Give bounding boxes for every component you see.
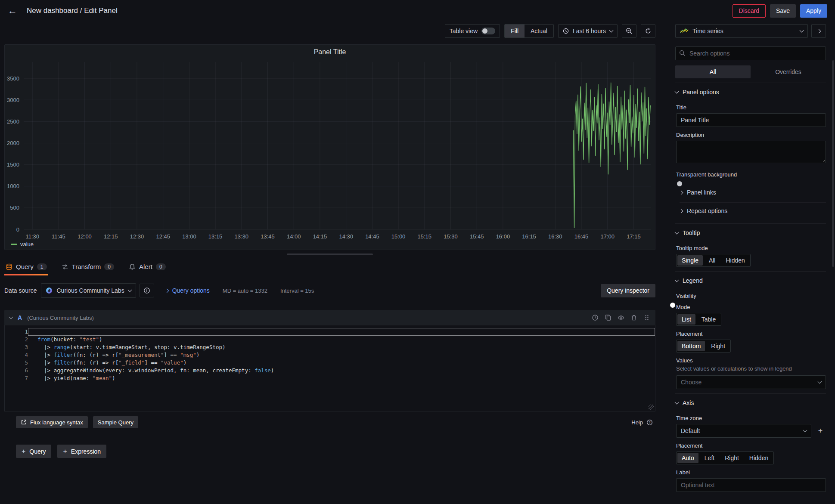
legend-item-value[interactable]: value	[11, 241, 34, 247]
time-range-picker[interactable]: Last 6 hours	[558, 24, 618, 38]
back-arrow-icon[interactable]: ←	[8, 6, 17, 15]
zoom-out-button[interactable]	[622, 24, 636, 38]
discard-button[interactable]: Discard	[733, 4, 766, 18]
panel-title-input[interactable]	[676, 113, 826, 127]
apply-button[interactable]: Apply	[800, 4, 827, 18]
question-circle-icon: ?	[646, 419, 653, 426]
code-line[interactable]: 1	[5, 328, 655, 336]
svg-text:14:00: 14:00	[287, 233, 301, 240]
tab-transform[interactable]: Transform 0	[60, 260, 115, 275]
legend-mode-list[interactable]: List	[677, 314, 695, 325]
axis-label-input[interactable]	[676, 478, 826, 492]
query-inspector-button[interactable]: Query inspector	[601, 284, 655, 297]
timezone-select[interactable]: Default	[676, 424, 811, 438]
section-header-panel-options[interactable]: Panel options	[675, 83, 826, 99]
tooltip-mode-hidden[interactable]: Hidden	[720, 255, 750, 266]
pane-resize-handle[interactable]	[287, 254, 373, 255]
legend-mode-table[interactable]: Table	[696, 314, 721, 325]
chevron-down-icon	[609, 28, 614, 33]
query-options-label: Query options	[172, 287, 210, 294]
save-button[interactable]: Save	[770, 4, 796, 18]
svg-text:13:00: 13:00	[182, 233, 196, 240]
axis-placement-hidden[interactable]: Hidden	[744, 453, 773, 463]
add-expression-button[interactable]: + Expression	[57, 445, 106, 458]
legend-placement-bottom[interactable]: Bottom	[677, 341, 705, 351]
code-line[interactable]: 5 |> filter(fn: (r) => r["_field"] == "v…	[5, 359, 655, 367]
query-options-toggle[interactable]: Query options	[165, 287, 210, 294]
svg-text:15:30: 15:30	[444, 233, 458, 240]
table-view-label: Table view	[450, 28, 478, 34]
history-icon[interactable]	[592, 314, 599, 321]
sample-query-label: Sample Query	[98, 419, 133, 426]
fill-option[interactable]: Fill	[505, 25, 525, 37]
code-line[interactable]: 7 |> yield(name: "mean")	[5, 374, 655, 382]
eye-icon[interactable]	[618, 314, 624, 321]
axis-placement-left[interactable]: Left	[699, 453, 720, 463]
flux-syntax-button[interactable]: Flux language syntax	[16, 416, 88, 428]
tab-query[interactable]: Query 1	[4, 260, 48, 275]
drag-handle-icon[interactable]	[643, 314, 650, 321]
svg-text:3000: 3000	[7, 97, 19, 103]
chevron-right-icon	[679, 190, 683, 195]
tab-alert[interactable]: Alert 0	[127, 260, 167, 275]
help-button[interactable]: Help ?	[631, 419, 655, 426]
datasource-help-button[interactable]	[140, 284, 154, 297]
visualization-picker[interactable]: Time series	[675, 24, 808, 38]
add-query-button[interactable]: + Query	[16, 445, 51, 458]
svg-text:3500: 3500	[7, 75, 19, 82]
query-row-header[interactable]: A (Curious Community Labs)	[4, 310, 655, 325]
query-ref-id: A	[18, 314, 22, 321]
tooltip-mode-label: Tooltip mode	[676, 245, 826, 251]
help-label: Help	[631, 419, 643, 426]
svg-text:14:15: 14:15	[313, 233, 327, 240]
tab-all[interactable]: All	[675, 65, 751, 78]
section-legend: Legend Visibility Mode List Table Placem…	[675, 271, 826, 389]
options-filter-tabs: All Overrides	[675, 65, 826, 78]
legend-placement-right[interactable]: Right	[706, 341, 730, 351]
repeat-options-row[interactable]: Repeat options	[680, 202, 826, 219]
tab-overrides[interactable]: Overrides	[751, 65, 826, 78]
sample-query-button[interactable]: Sample Query	[93, 416, 138, 428]
table-view-switch[interactable]	[481, 28, 495, 34]
description-input[interactable]	[676, 141, 826, 163]
svg-text:14:45: 14:45	[365, 233, 379, 240]
svg-text:16:30: 16:30	[548, 233, 562, 240]
code-line[interactable]: 4 |> filter(fn: (r) => r["_measurement"]…	[5, 351, 655, 359]
select-placeholder: Choose	[681, 379, 702, 386]
actual-option[interactable]: Actual	[525, 25, 553, 37]
legend-values-help: Select values or calculations to show in…	[676, 365, 826, 372]
svg-text:16:00: 16:00	[496, 233, 510, 240]
datasource-picker[interactable]: Curious Community Labs	[41, 283, 136, 298]
legend-values-select[interactable]: Choose	[676, 375, 826, 389]
collapse-query-icon[interactable]	[9, 315, 13, 319]
add-timezone-button[interactable]: +	[815, 425, 826, 436]
code-lines: 12from(bucket: "test")3 |> range(start: …	[5, 328, 655, 382]
section-header-axis[interactable]: Axis	[675, 393, 826, 410]
editor-resize-handle[interactable]	[649, 405, 654, 410]
tab-transform-label: Transform	[72, 263, 101, 270]
flux-code-editor[interactable]: 12from(bucket: "test")3 |> range(start: …	[4, 325, 655, 411]
axis-placement-right[interactable]: Right	[720, 453, 744, 463]
svg-text:11:45: 11:45	[52, 233, 65, 240]
timeseries-chart[interactable]: 11:3011:4512:0012:1512:3012:4513:0013:15…	[5, 45, 655, 242]
section-header-legend[interactable]: Legend	[675, 271, 826, 288]
collapse-options-button[interactable]	[811, 24, 826, 38]
editor-tabs: Query 1 Transform 0 Alert 0	[4, 260, 655, 275]
chevron-down-icon	[675, 278, 679, 282]
trash-icon[interactable]	[630, 314, 637, 321]
copy-icon[interactable]	[605, 314, 612, 321]
chevron-down-icon	[675, 400, 679, 405]
tooltip-mode-single[interactable]: Single	[677, 255, 703, 266]
code-line[interactable]: 3 |> range(start: v.timeRangeStart, stop…	[5, 343, 655, 351]
refresh-button[interactable]	[641, 24, 655, 38]
repeat-options-label: Repeat options	[687, 207, 727, 214]
axis-placement-auto[interactable]: Auto	[677, 453, 698, 463]
code-line[interactable]: 2from(bucket: "test")	[5, 336, 655, 343]
panel-links-row[interactable]: Panel links	[680, 184, 826, 201]
section-header-tooltip[interactable]: Tooltip	[675, 223, 826, 240]
search-options-input[interactable]	[675, 46, 826, 60]
tooltip-mode-all[interactable]: All	[704, 255, 721, 266]
options-scrollbar[interactable]	[832, 60, 834, 267]
code-line[interactable]: 6 |> aggregateWindow(every: v.windowPeri…	[5, 367, 655, 374]
svg-text:15:00: 15:00	[391, 233, 406, 240]
